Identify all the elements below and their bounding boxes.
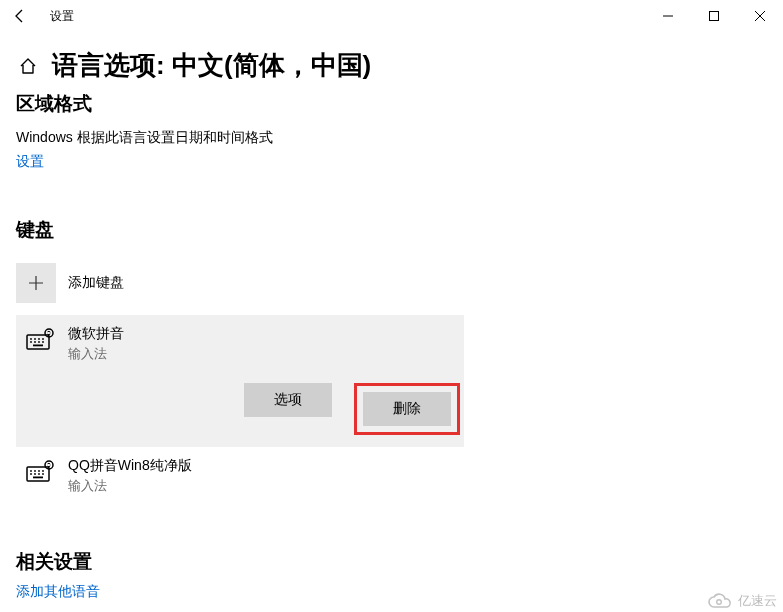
svg-point-4: [38, 338, 40, 340]
ime-row: 微软拼音 输入法: [16, 325, 464, 363]
watermark: 亿速云: [706, 592, 777, 610]
svg-point-7: [34, 341, 36, 343]
ime-item[interactable]: QQ拼音Win8纯净版 输入法: [16, 447, 464, 505]
svg-point-23: [717, 600, 722, 605]
ime-subtext: 输入法: [68, 345, 124, 363]
keyboard-heading: 键盘: [16, 217, 767, 243]
svg-point-6: [30, 341, 32, 343]
add-keyboard-label: 添加键盘: [68, 274, 124, 292]
svg-point-18: [34, 473, 36, 475]
svg-rect-10: [33, 345, 43, 347]
content-area: 语言选项: 中文(简体，中国) 区域格式 Windows 根据此语言设置日期和时…: [0, 48, 783, 601]
ime-name: 微软拼音: [68, 325, 124, 343]
region-format-heading: 区域格式: [16, 91, 767, 117]
add-keyboard-icon-box: [16, 263, 56, 303]
svg-point-17: [30, 473, 32, 475]
keyboard-icon: [26, 327, 54, 351]
region-format-desc: Windows 根据此语言设置日期和时间格式: [16, 129, 767, 147]
ime-subtext: 输入法: [68, 477, 192, 495]
maximize-icon: [709, 11, 719, 21]
options-button[interactable]: 选项: [244, 383, 332, 417]
ime-text: 微软拼音 输入法: [68, 325, 124, 363]
close-button[interactable]: [737, 0, 783, 32]
svg-point-13: [30, 470, 32, 472]
ime-icon-box: [20, 325, 60, 351]
keyboard-icon: [26, 459, 54, 483]
region-settings-link[interactable]: 设置: [16, 153, 767, 171]
titlebar: 设置: [0, 0, 783, 32]
ime-name: QQ拼音Win8纯净版: [68, 457, 192, 475]
svg-point-9: [42, 341, 44, 343]
svg-point-2: [30, 338, 32, 340]
minimize-icon: [663, 11, 673, 21]
cloud-icon: [706, 592, 732, 610]
ime-icon-box: [20, 457, 60, 483]
minimize-button[interactable]: [645, 0, 691, 32]
back-button[interactable]: [0, 0, 40, 32]
svg-point-3: [34, 338, 36, 340]
app-title: 设置: [50, 8, 74, 25]
back-icon: [12, 8, 28, 24]
add-voice-link[interactable]: 添加其他语音: [16, 583, 767, 601]
watermark-text: 亿速云: [738, 592, 777, 610]
svg-point-16: [42, 470, 44, 472]
svg-point-5: [42, 338, 44, 340]
close-icon: [755, 11, 765, 21]
add-keyboard-button[interactable]: 添加键盘: [16, 263, 767, 303]
svg-point-15: [38, 470, 40, 472]
svg-point-14: [34, 470, 36, 472]
ime-item-selected[interactable]: 微软拼音 输入法 选项 删除: [16, 315, 464, 447]
ime-row: QQ拼音Win8纯净版 输入法: [16, 457, 464, 495]
svg-rect-21: [33, 477, 43, 479]
home-button[interactable]: [16, 54, 40, 78]
window-controls: [645, 0, 783, 32]
svg-rect-0: [710, 12, 719, 21]
delete-button[interactable]: 删除: [363, 392, 451, 426]
page-title: 语言选项: 中文(简体，中国): [52, 48, 371, 83]
svg-point-8: [38, 341, 40, 343]
maximize-button[interactable]: [691, 0, 737, 32]
ime-actions: 选项 删除: [16, 383, 464, 435]
plus-icon: [28, 275, 44, 291]
related-settings-heading: 相关设置: [16, 549, 767, 575]
svg-point-20: [42, 473, 44, 475]
ime-text: QQ拼音Win8纯净版 输入法: [68, 457, 192, 495]
home-icon: [19, 57, 37, 75]
delete-highlight-box: 删除: [354, 383, 460, 435]
page-header: 语言选项: 中文(简体，中国): [16, 48, 767, 83]
svg-point-19: [38, 473, 40, 475]
